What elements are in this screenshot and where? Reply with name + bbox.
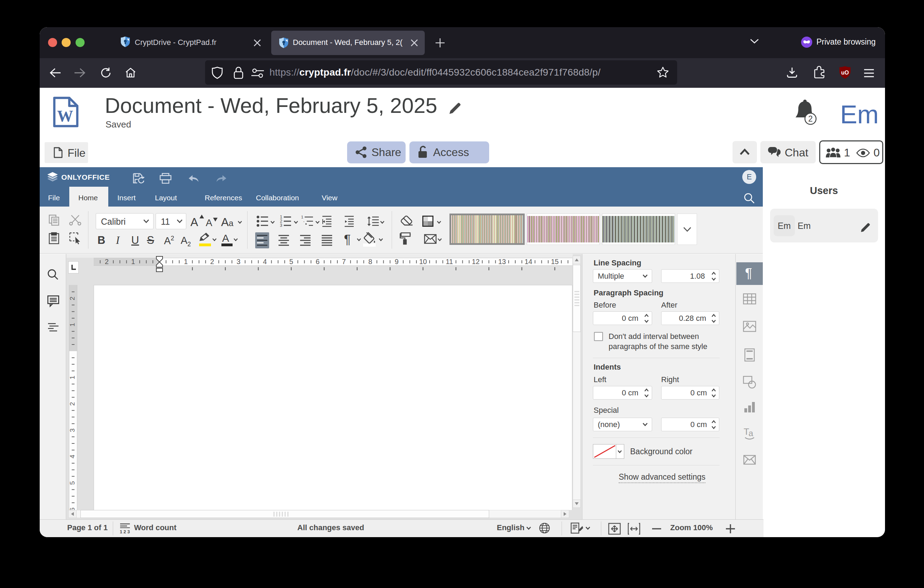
svg-text:12: 12 — [472, 258, 479, 266]
svg-text:5: 5 — [69, 481, 76, 485]
svg-text:4: 4 — [263, 258, 267, 266]
svg-text:3: 3 — [69, 428, 76, 432]
svg-text:1: 1 — [69, 323, 76, 327]
svg-text:2: 2 — [808, 114, 813, 123]
svg-text:2: 2 — [69, 296, 76, 300]
svg-text:4: 4 — [69, 454, 76, 458]
svg-text:2: 2 — [105, 258, 109, 266]
svg-text:7: 7 — [342, 258, 346, 266]
svg-text:1: 1 — [69, 375, 76, 379]
svg-text:9: 9 — [395, 258, 399, 266]
svg-text:1 2 3: 1 2 3 — [120, 529, 130, 534]
svg-text:a: a — [749, 428, 753, 438]
svg-text:10: 10 — [419, 258, 427, 266]
svg-text:5: 5 — [289, 258, 293, 266]
svg-text:-: - — [303, 219, 305, 223]
svg-text:11: 11 — [446, 258, 453, 266]
svg-text:14: 14 — [525, 258, 532, 266]
svg-text:1: 1 — [301, 215, 303, 219]
svg-text:1: 1 — [184, 258, 188, 266]
svg-text:2: 2 — [69, 402, 76, 406]
svg-text:2: 2 — [210, 258, 214, 266]
svg-text:3: 3 — [237, 258, 241, 266]
svg-text:8: 8 — [368, 258, 372, 266]
svg-text:15: 15 — [551, 258, 558, 266]
svg-text:3: 3 — [280, 223, 282, 228]
svg-text:6: 6 — [316, 258, 320, 266]
svg-text:1: 1 — [131, 258, 135, 266]
svg-text:uO: uO — [841, 70, 849, 76]
svg-text:W: W — [57, 107, 73, 125]
svg-text:13: 13 — [498, 258, 506, 266]
